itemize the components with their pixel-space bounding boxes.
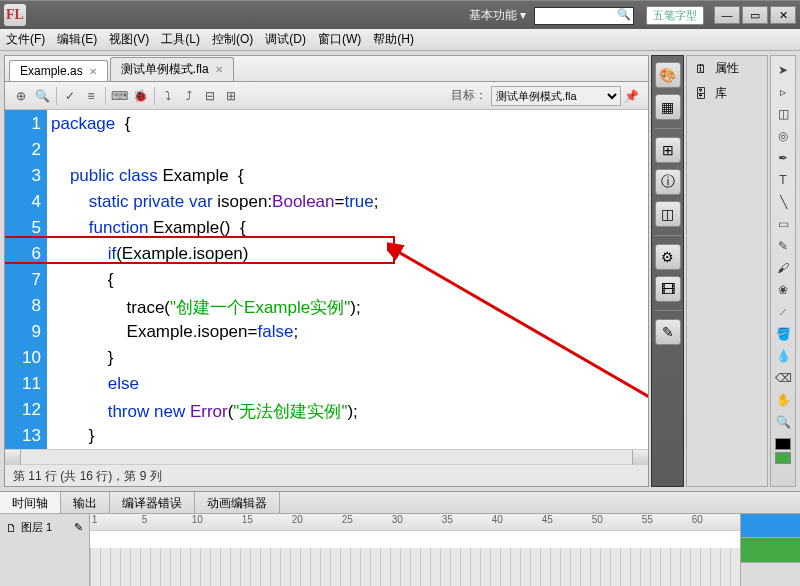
fill-color[interactable] xyxy=(775,452,791,464)
debug-button[interactable]: 🐞 xyxy=(130,86,150,106)
free-transform-tool[interactable]: ◫ xyxy=(773,104,793,124)
stroke-color[interactable] xyxy=(775,438,791,450)
line-gutter: 12345678910111213141516 xyxy=(5,110,47,449)
target-label: 目标： xyxy=(451,87,487,104)
rectangle-tool[interactable]: ▭ xyxy=(773,214,793,234)
find-button[interactable]: 🔍 xyxy=(32,86,52,106)
timeline-ruler[interactable]: 151015202530354045505560 xyxy=(90,514,740,586)
tab-timeline[interactable]: 时间轴 xyxy=(0,492,61,513)
format-button[interactable]: ≡ xyxy=(81,86,101,106)
uncomment-button[interactable]: ⊞ xyxy=(221,86,241,106)
tab-compiler-errors[interactable]: 编译器错误 xyxy=(110,492,195,513)
eyedropper-tool[interactable]: 💧 xyxy=(773,346,793,366)
menu-edit[interactable]: 编辑(E) xyxy=(57,31,97,48)
layers-panel: 🗋 图层 1 ✎ xyxy=(0,514,90,586)
tab-output[interactable]: 输出 xyxy=(61,492,110,513)
components-icon[interactable]: ⚙ xyxy=(655,244,681,270)
lasso-tool[interactable]: ◎ xyxy=(773,126,793,146)
timeline-right xyxy=(740,514,800,586)
eraser-tool[interactable]: ⌫ xyxy=(773,368,793,388)
menu-debug[interactable]: 调试(D) xyxy=(265,31,306,48)
horizontal-scrollbar[interactable] xyxy=(5,449,648,464)
title-bar: FL 基本功能 ▾ 🔍 五笔字型 — ▭ ✕ xyxy=(0,0,800,29)
properties-tab[interactable]: 🗓属性 xyxy=(687,56,767,81)
editor-toolbar: ⊕ 🔍 ✓ ≡ ⌨ 🐞 ⤵ ⤴ ⊟ ⊞ 目标： 测试单例模式.fla 📌 xyxy=(5,82,648,110)
line-tool[interactable]: ╲ xyxy=(773,192,793,212)
layer-icon: 🗋 xyxy=(6,522,17,534)
history-icon[interactable]: ✎ xyxy=(655,319,681,345)
menu-view[interactable]: 视图(V) xyxy=(109,31,149,48)
minimize-button[interactable]: — xyxy=(714,6,740,24)
check-syntax-button[interactable]: ✓ xyxy=(60,86,80,106)
collapsed-panel-strip: 🎨 ▦ ⊞ ⓘ ◫ ⚙ 🎞 ✎ xyxy=(651,55,684,487)
paint-bucket-tool[interactable]: 🪣 xyxy=(773,324,793,344)
menu-help[interactable]: 帮助(H) xyxy=(373,31,414,48)
tab-example-as[interactable]: Example.as✕ xyxy=(9,60,108,81)
brush-tool[interactable]: 🖌 xyxy=(773,258,793,278)
menu-bar: 文件(F) 编辑(E) 视图(V) 工具(L) 控制(O) 调试(D) 窗口(W… xyxy=(0,29,800,51)
ime-indicator: 五笔字型 xyxy=(646,6,704,25)
code-body[interactable]: package { public class Example { static … xyxy=(47,110,648,449)
motion-presets-icon[interactable]: 🎞 xyxy=(655,276,681,302)
text-tool[interactable]: T xyxy=(773,170,793,190)
status-line: 第 11 行 (共 16 行)，第 9 列 xyxy=(5,464,648,486)
maximize-button[interactable]: ▭ xyxy=(742,6,768,24)
zoom-tool[interactable]: 🔍 xyxy=(773,412,793,432)
selection-tool[interactable]: ➤ xyxy=(773,60,793,80)
expand-button[interactable]: ⤴ xyxy=(179,86,199,106)
color-palette-icon[interactable]: 🎨 xyxy=(655,62,681,88)
hand-tool[interactable]: ✋ xyxy=(773,390,793,410)
swatches-icon[interactable]: ▦ xyxy=(655,94,681,120)
bottom-panel: 时间轴 输出 编译器错误 动画编辑器 🗋 图层 1 ✎ 151015202530… xyxy=(0,491,800,586)
library-icon: 🗄 xyxy=(693,86,709,102)
pen-tool[interactable]: ✒ xyxy=(773,148,793,168)
align-icon[interactable]: ⊞ xyxy=(655,137,681,163)
info-icon[interactable]: ⓘ xyxy=(655,169,681,195)
pin-button[interactable]: 📌 xyxy=(621,86,641,106)
search-icon: 🔍 xyxy=(617,8,631,21)
app-logo: FL xyxy=(4,4,26,26)
code-editor[interactable]: 12345678910111213141516 package { public… xyxy=(5,110,648,449)
target-select[interactable]: 测试单例模式.fla xyxy=(491,86,621,106)
tab-motion-editor[interactable]: 动画编辑器 xyxy=(195,492,280,513)
code-hint-button[interactable]: ⌨ xyxy=(109,86,129,106)
collapse-button[interactable]: ⤵ xyxy=(158,86,178,106)
menu-window[interactable]: 窗口(W) xyxy=(318,31,361,48)
close-icon[interactable]: ✕ xyxy=(89,66,97,77)
deco-tool[interactable]: ❀ xyxy=(773,280,793,300)
subselection-tool[interactable]: ▹ xyxy=(773,82,793,102)
layer-row[interactable]: 🗋 图层 1 ✎ xyxy=(4,518,85,537)
editor-area: Example.as✕ 测试单例模式.fla✕ ⊕ 🔍 ✓ ≡ ⌨ 🐞 ⤵ ⤴ … xyxy=(4,55,649,487)
tools-panel: ➤ ▹ ◫ ◎ ✒ T ╲ ▭ ✎ 🖌 ❀ ⟋ 🪣 💧 ⌫ ✋ 🔍 xyxy=(770,55,796,487)
pencil-tool[interactable]: ✎ xyxy=(773,236,793,256)
menu-file[interactable]: 文件(F) xyxy=(6,31,45,48)
menu-control[interactable]: 控制(O) xyxy=(212,31,253,48)
properties-panel: 🗓属性 🗄库 xyxy=(686,55,768,487)
close-icon[interactable]: ✕ xyxy=(215,64,223,75)
library-tab[interactable]: 🗄库 xyxy=(687,81,767,106)
transform-icon[interactable]: ◫ xyxy=(655,201,681,227)
properties-icon: 🗓 xyxy=(693,61,709,77)
workspace-switcher[interactable]: 基本功能 ▾ xyxy=(469,7,526,24)
comment-button[interactable]: ⊟ xyxy=(200,86,220,106)
document-tabs: Example.as✕ 测试单例模式.fla✕ xyxy=(5,56,648,82)
add-script-button[interactable]: ⊕ xyxy=(11,86,31,106)
tab-test-fla[interactable]: 测试单例模式.fla✕ xyxy=(110,57,234,81)
bone-tool[interactable]: ⟋ xyxy=(773,302,793,322)
menu-tools[interactable]: 工具(L) xyxy=(161,31,200,48)
close-button[interactable]: ✕ xyxy=(770,6,796,24)
